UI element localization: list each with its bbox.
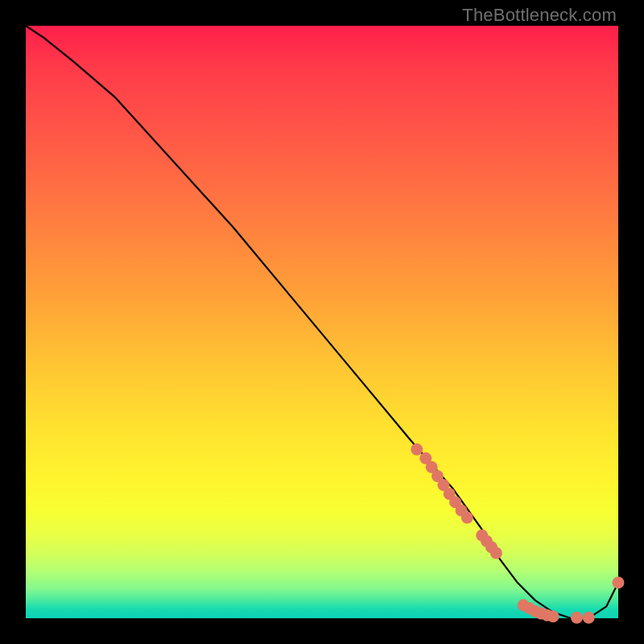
marker-point <box>490 547 502 559</box>
chart-stage: TheBottleneck.com <box>0 0 644 644</box>
marker-point <box>547 610 559 622</box>
marker-point <box>461 511 473 523</box>
marker-point <box>613 576 625 588</box>
bottleneck-curve <box>26 26 618 618</box>
highlighted-points <box>411 444 624 624</box>
marker-point <box>571 612 583 624</box>
watermark-label: TheBottleneck.com <box>462 5 617 26</box>
chart-svg <box>26 26 618 618</box>
marker-point <box>583 612 595 624</box>
plot-area <box>26 26 618 618</box>
marker-point <box>411 444 423 456</box>
